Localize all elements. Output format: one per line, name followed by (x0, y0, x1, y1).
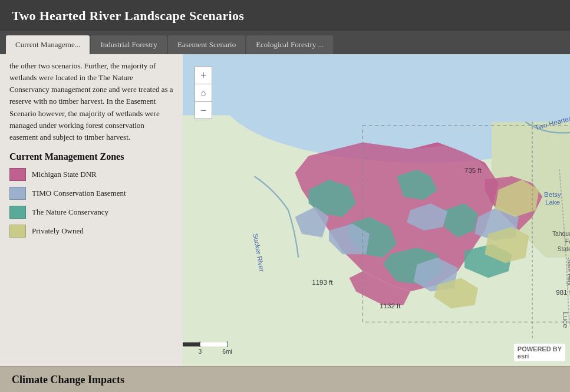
main-content: the other two scenarios. Further, the ma… (0, 54, 570, 366)
svg-rect-42 (200, 342, 228, 347)
legend-swatch-tnc (9, 206, 26, 219)
legend-item-private: Privately Owned (9, 225, 173, 238)
left-panel: the other two scenarios. Further, the ma… (0, 54, 183, 366)
svg-rect-41 (183, 342, 200, 347)
legend-item-timo: TIMO Conservation Easement (9, 187, 173, 200)
svg-rect-3 (183, 54, 570, 116)
zoom-out-button[interactable]: − (195, 101, 212, 119)
svg-text:735 ft: 735 ft (464, 167, 482, 174)
legend-label-tnc: The Nature Conservancy (32, 207, 108, 218)
legend-label-private: Privately Owned (32, 226, 84, 236)
svg-text:Falls: Falls (565, 238, 570, 245)
legend-list: Michigan State DNR TIMO Conservation Eas… (9, 168, 173, 238)
page-title: Two Hearted River Landscape Scenarios (12, 8, 244, 23)
map-svg: Two Hearted River Sucker River Betsy Lak… (183, 54, 570, 366)
svg-text:1193 ft: 1193 ft (312, 279, 333, 286)
legend-title: Current Management Zones (9, 151, 173, 162)
tab-current-management[interactable]: Current Manageme... (6, 35, 90, 54)
bottom-bar: Climate Change Impacts (0, 366, 570, 392)
tab-easement-scenario[interactable]: Easement Scenario (168, 35, 245, 54)
bottom-title: Climate Change Impacts (12, 374, 124, 386)
svg-text:Betsy: Betsy (544, 191, 561, 198)
svg-text:981 ft: 981 ft (556, 289, 570, 296)
zoom-in-button[interactable]: + (195, 66, 212, 84)
home-button[interactable]: ⌂ (195, 84, 212, 101)
legend-label-dnr: Michigan State DNR (32, 170, 97, 180)
svg-text:6mi: 6mi (222, 348, 232, 355)
tab-industrial-forestry[interactable]: Industrial Forestry (91, 35, 166, 54)
legend-swatch-timo (9, 187, 26, 200)
body-text: the other two scenarios. Further, the ma… (9, 60, 173, 143)
map-area[interactable]: + ⌂ − (183, 54, 570, 366)
legend-swatch-private (9, 225, 26, 238)
legend-swatch-dnr (9, 168, 26, 181)
legend-item-tnc: The Nature Conservancy (9, 206, 173, 219)
svg-text:State Hwy...: State Hwy... (566, 258, 570, 290)
page-header: Two Hearted River Landscape Scenarios (0, 0, 570, 31)
svg-text:1132 ft: 1132 ft (380, 302, 401, 309)
legend-label-timo: TIMO Conservation Easement (32, 189, 126, 199)
tab-ecological-forestry[interactable]: Ecological Forestry ... (246, 35, 333, 54)
svg-text:Luce: Luce (561, 312, 569, 328)
svg-text:Tahquamenon: Tahquamenon (552, 230, 570, 237)
esri-logo: POWERED BYesri (514, 344, 565, 361)
map-controls: + ⌂ − (195, 66, 212, 119)
svg-text:Lake: Lake (545, 199, 560, 206)
svg-text:3: 3 (199, 348, 202, 355)
legend-item-dnr: Michigan State DNR (9, 168, 173, 181)
svg-text:State Park: State Park (558, 246, 570, 252)
tabs-bar: Current Manageme... Industrial Forestry … (0, 31, 570, 54)
